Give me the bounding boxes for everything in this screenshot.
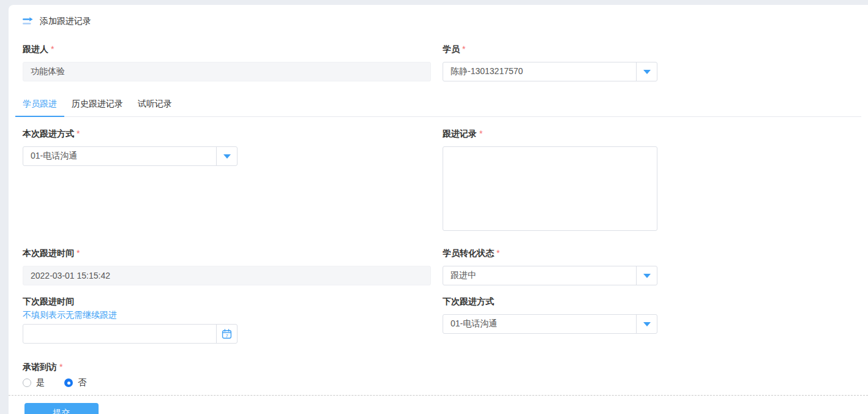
required-marker: * bbox=[479, 129, 482, 138]
follow-method-select-arrow[interactable] bbox=[216, 147, 237, 165]
field-follow-method: 本次跟进方式* 01-电话沟通 bbox=[23, 127, 431, 166]
follow-method-label: 本次跟进方式* bbox=[23, 127, 431, 140]
follow-method-select[interactable]: 01-电话沟通 bbox=[23, 146, 238, 166]
field-student: 学员* 陈静-13013217570 bbox=[443, 43, 657, 81]
tab-trial-records[interactable]: 试听记录 bbox=[130, 97, 179, 116]
form-row-3: 本次跟进时间* 2022-03-01 15:15:42 学员转化状态* 跟进中 bbox=[23, 247, 861, 285]
panel-header: 添加跟进记录 bbox=[23, 13, 861, 29]
promise-visit-radio-group: 是 否 bbox=[23, 377, 861, 388]
next-follow-time-hint-link[interactable]: 不填则表示无需继续跟进 bbox=[23, 309, 431, 321]
submit-button[interactable]: 提交 bbox=[24, 403, 99, 414]
required-marker: * bbox=[77, 248, 80, 258]
tab-bar: 学员跟进 历史跟进记录 试听记录 bbox=[15, 97, 861, 117]
field-follow-record: 跟进记录* bbox=[443, 127, 657, 233]
panel-content: 添加跟进记录 跟进人* 功能体验 学员* 陈静-13013217570 bbox=[9, 5, 868, 414]
conversion-status-select[interactable]: 跟进中 bbox=[443, 266, 657, 285]
field-conversion-status: 学员转化状态* 跟进中 bbox=[443, 247, 657, 285]
svg-text:7: 7 bbox=[225, 333, 228, 338]
next-follow-method-label: 下次跟进方式 bbox=[443, 295, 657, 307]
next-follow-time-label: 下次跟进时间 bbox=[23, 295, 431, 307]
required-marker: * bbox=[77, 129, 80, 138]
student-label: 学员* bbox=[443, 43, 657, 55]
radio-selected-icon[interactable] bbox=[64, 378, 73, 387]
next-follow-method-select[interactable]: 01-电话沟通 bbox=[443, 314, 657, 334]
form-row-2: 本次跟进方式* 01-电话沟通 跟进记录* bbox=[23, 127, 861, 233]
form-row-4: 下次跟进时间 不填则表示无需继续跟进 7 bbox=[23, 295, 861, 344]
calendar-icon: 7 bbox=[222, 329, 232, 339]
radio-unselected-icon[interactable] bbox=[23, 378, 31, 387]
follow-time-label: 本次跟进时间* bbox=[23, 247, 431, 259]
collapse-lines-arrow-icon[interactable] bbox=[23, 17, 34, 26]
dashed-divider bbox=[9, 395, 868, 396]
radio-no[interactable]: 否 bbox=[64, 377, 86, 388]
field-follow-time: 本次跟进时间* 2022-03-01 15:15:42 bbox=[23, 247, 431, 285]
required-marker: * bbox=[59, 362, 62, 372]
radio-yes[interactable]: 是 bbox=[23, 377, 45, 388]
required-marker: * bbox=[51, 44, 54, 54]
submit-row: 提交 bbox=[24, 403, 861, 414]
field-next-follow-method: 下次跟进方式 01-电话沟通 bbox=[443, 295, 657, 334]
field-next-follow-time: 下次跟进时间 不填则表示无需继续跟进 7 bbox=[23, 295, 431, 344]
follower-label: 跟进人* bbox=[23, 43, 431, 55]
follow-time-input: 2022-03-01 15:15:42 bbox=[23, 266, 431, 285]
required-marker: * bbox=[462, 44, 465, 54]
student-select-arrow[interactable] bbox=[636, 62, 657, 81]
tab-student-follow[interactable]: 学员跟进 bbox=[15, 97, 64, 117]
next-follow-time-date-input[interactable]: 7 bbox=[23, 324, 238, 344]
conversion-status-select-arrow[interactable] bbox=[636, 266, 657, 285]
conversion-status-label: 学员转化状态* bbox=[443, 247, 657, 259]
add-follow-record-panel: 添加跟进记录 跟进人* 功能体验 学员* 陈静-13013217570 bbox=[9, 5, 868, 414]
caret-down-icon bbox=[643, 70, 651, 74]
next-follow-method-select-arrow[interactable] bbox=[636, 315, 657, 333]
caret-down-icon bbox=[643, 274, 651, 278]
calendar-trigger[interactable]: 7 bbox=[216, 325, 237, 343]
required-marker: * bbox=[496, 248, 499, 258]
follower-input: 功能体验 bbox=[23, 62, 431, 81]
caret-down-icon bbox=[643, 322, 651, 326]
form-row-1: 跟进人* 功能体验 学员* 陈静-13013217570 bbox=[23, 43, 861, 81]
field-follower: 跟进人* 功能体验 bbox=[23, 43, 431, 81]
page-title: 添加跟进记录 bbox=[40, 16, 91, 27]
caret-down-icon bbox=[223, 154, 231, 159]
student-select[interactable]: 陈静-13013217570 bbox=[443, 62, 657, 81]
follow-record-label: 跟进记录* bbox=[443, 127, 657, 140]
follow-record-textarea[interactable] bbox=[443, 146, 657, 231]
tab-history-records[interactable]: 历史跟进记录 bbox=[64, 97, 130, 116]
field-promise-visit: 承诺到访* 是 否 bbox=[23, 361, 861, 388]
promise-visit-label: 承诺到访* bbox=[23, 361, 861, 373]
